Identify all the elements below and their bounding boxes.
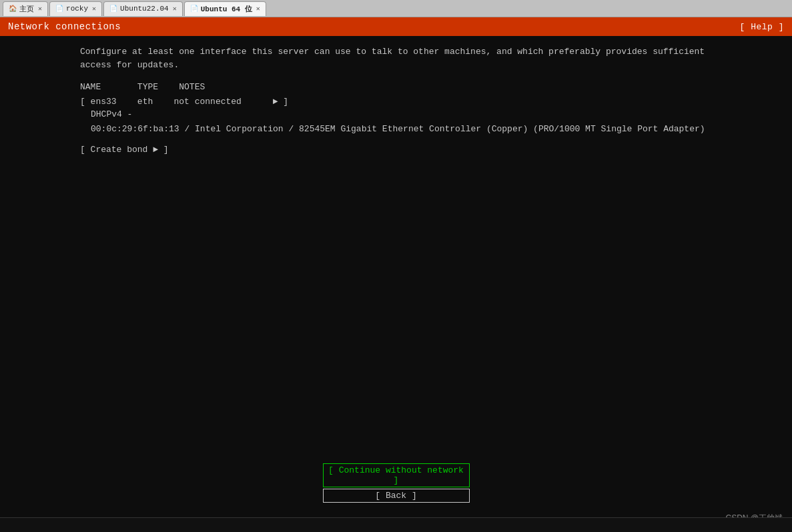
header-help: [ Help ] [740,22,784,32]
tab-ubuntu2204-label: Ubuntu22.04 [120,5,169,13]
back-button[interactable]: [ Back ] [323,489,470,503]
tab-home[interactable]: 🏠 主页 ✕ [3,1,48,16]
create-bond-button[interactable]: [ Create bond ► ] [80,143,792,157]
tab-rocky-close[interactable]: ✕ [92,5,96,13]
tab-home-close[interactable]: ✕ [38,5,42,13]
description-text: Configure at least one interface this se… [80,45,714,71]
bottom-buttons: [ Continue without network ] [ Back ] [323,463,470,503]
interface-name: ens33 [91,97,117,107]
continue-without-network-button[interactable]: [ Continue without network ] [323,463,470,487]
interface-mac: 00:0c:29:6f:ba:13 / Intel Corporation / … [91,123,792,136]
rocky-icon: 📄 [55,5,63,13]
tab-rocky[interactable]: 📄 rocky ✕ [49,1,102,16]
header-title: Network connections [8,21,121,32]
ubuntu64-icon: 📄 [190,5,198,13]
table-header: NAME TYPE NOTES [80,81,792,94]
tab-rocky-label: rocky [66,5,88,13]
col-notes: NOTES [179,82,205,92]
network-table: NAME TYPE NOTES [ ens33 eth not connecte… [80,81,792,135]
tab-ubuntu64[interactable]: 📄 Ubuntu 64 位 ✕ [184,1,266,16]
interface-row[interactable]: [ ens33 eth not connected ► ] [80,95,792,109]
interface-arrow: ► ] [273,97,288,107]
interface-status: not connected [173,97,241,107]
header-bar: Network connections [ Help ] [0,17,792,36]
home-icon: 🏠 [9,5,17,13]
interface-dhcp: DHCPv4 - [91,108,792,121]
content-area: Configure at least one interface this se… [0,36,792,157]
tab-ubuntu64-label: Ubuntu 64 位 [201,4,252,14]
interface-type: eth [137,97,153,107]
tab-bar: 🏠 主页 ✕ 📄 rocky ✕ 📄 Ubuntu22.04 ✕ 📄 Ubunt… [0,0,792,17]
tab-ubuntu2204[interactable]: 📄 Ubuntu22.04 ✕ [103,1,183,16]
ubuntu2204-icon: 📄 [109,5,117,13]
terminal: Network connections [ Help ] Configure a… [0,17,792,532]
tab-ubuntu64-close[interactable]: ✕ [256,5,260,13]
tab-home-label: 主页 [19,4,34,14]
bracket-open: [ [80,97,91,107]
bottom-status-bar [0,517,792,532]
col-name: NAME [80,82,101,92]
tab-ubuntu2204-close[interactable]: ✕ [173,5,177,13]
col-type: TYPE [137,82,158,92]
